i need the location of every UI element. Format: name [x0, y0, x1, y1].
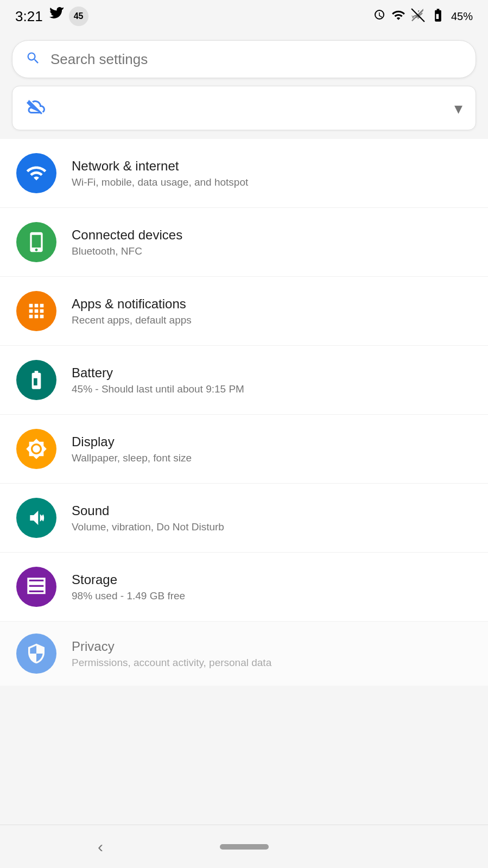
wifi-status-icon	[391, 8, 405, 25]
network-icon-circle	[16, 153, 56, 193]
apps-title: Apps & notifications	[72, 296, 192, 312]
network-subtitle: Wi-Fi, mobile, data usage, and hotspot	[72, 176, 248, 188]
storage-item-text: Storage 98% used - 1.49 GB free	[72, 572, 185, 602]
sound-subtitle: Volume, vibration, Do Not Disturb	[72, 521, 224, 533]
settings-item-sound[interactable]: Sound Volume, vibration, Do Not Disturb	[0, 484, 488, 553]
storage-subtitle: 98% used - 1.49 GB free	[72, 590, 185, 602]
privacy-icon-circle	[16, 633, 56, 674]
status-icons-left: 45	[49, 7, 88, 26]
privacy-text: Privacy Permissions, account activity, p…	[72, 639, 271, 669]
battery-icon	[430, 8, 446, 26]
alarm-icon	[373, 9, 386, 24]
back-button[interactable]: ‹	[98, 838, 103, 856]
storage-title: Storage	[72, 572, 185, 587]
display-title: Display	[72, 434, 192, 449]
apps-icon-circle	[16, 291, 56, 331]
settings-item-network[interactable]: Network & internet Wi-Fi, mobile, data u…	[0, 139, 488, 208]
storage-icon-circle	[16, 567, 56, 607]
apps-item-text: Apps & notifications Recent apps, defaul…	[72, 296, 192, 326]
search-bar[interactable]	[12, 40, 476, 78]
status-icons-right: 45%	[373, 8, 473, 26]
home-pill[interactable]	[220, 844, 269, 850]
battery-item-text: Battery 45% - Should last until about 9:…	[72, 365, 244, 395]
wifi-off-banner[interactable]: ▾	[12, 86, 476, 130]
connected-devices-subtitle: Bluetooth, NFC	[72, 245, 182, 257]
twitter-icon	[49, 7, 65, 26]
battery-icon-circle	[16, 360, 56, 400]
privacy-title: Privacy	[72, 639, 271, 654]
connected-devices-icon-circle	[16, 222, 56, 262]
status-bar: 3:21 45	[0, 0, 488, 33]
bottom-nav: ‹	[0, 825, 488, 868]
wifi-off-icon	[26, 97, 45, 119]
settings-item-storage[interactable]: Storage 98% used - 1.49 GB free	[0, 553, 488, 622]
settings-list: Network & internet Wi-Fi, mobile, data u…	[0, 139, 488, 622]
battery-subtitle: 45% - Should last until about 9:15 PM	[72, 383, 244, 395]
settings-item-display[interactable]: Display Wallpaper, sleep, font size	[0, 415, 488, 484]
privacy-subtitle: Permissions, account activity, personal …	[72, 657, 271, 669]
signal-x-icon	[411, 8, 425, 25]
settings-item-privacy-partial[interactable]: Privacy Permissions, account activity, p…	[0, 622, 488, 686]
search-icon	[26, 50, 41, 68]
settings-item-apps[interactable]: Apps & notifications Recent apps, defaul…	[0, 277, 488, 346]
battery-percent: 45%	[451, 10, 473, 23]
display-subtitle: Wallpaper, sleep, font size	[72, 452, 192, 464]
status-bar-left: 3:21 45	[15, 7, 88, 26]
notification-badge: 45	[69, 7, 88, 26]
apps-subtitle: Recent apps, default apps	[72, 314, 192, 326]
search-input[interactable]	[50, 51, 462, 68]
chevron-down-icon: ▾	[454, 99, 462, 118]
sound-item-text: Sound Volume, vibration, Do Not Disturb	[72, 503, 224, 533]
settings-item-connected-devices[interactable]: Connected devices Bluetooth, NFC	[0, 208, 488, 277]
connected-devices-item-text: Connected devices Bluetooth, NFC	[72, 227, 182, 257]
display-item-text: Display Wallpaper, sleep, font size	[72, 434, 192, 464]
network-title: Network & internet	[72, 159, 248, 174]
display-icon-circle	[16, 429, 56, 469]
battery-title: Battery	[72, 365, 244, 381]
connected-devices-title: Connected devices	[72, 227, 182, 243]
settings-item-battery[interactable]: Battery 45% - Should last until about 9:…	[0, 346, 488, 415]
network-item-text: Network & internet Wi-Fi, mobile, data u…	[72, 159, 248, 188]
sound-icon-circle	[16, 498, 56, 538]
status-time: 3:21	[15, 8, 43, 25]
sound-title: Sound	[72, 503, 224, 518]
